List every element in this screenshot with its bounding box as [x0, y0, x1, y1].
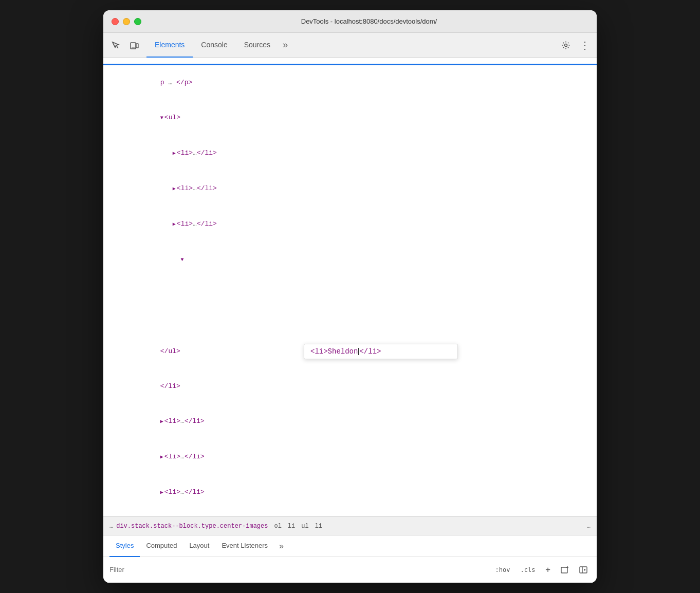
- cls-button[interactable]: .cls: [517, 564, 538, 576]
- inspect-button[interactable]: [107, 37, 124, 53]
- triangle-right-icon: [173, 183, 176, 195]
- dom-panel[interactable]: p … </p> <ul> <li>…</li> <li>…</li> <li>…: [103, 58, 597, 517]
- breadcrumb-item-li2[interactable]: li: [315, 523, 322, 530]
- svg-point-3: [565, 44, 567, 46]
- dom-li-2[interactable]: <li>…</li>: [103, 171, 597, 207]
- more-options-icon: ⋮: [580, 39, 590, 51]
- triangle-down-icon: [180, 254, 183, 266]
- inline-edit-tag-open: <li>: [310, 347, 328, 356]
- tab-event-listeners[interactable]: Event Listeners: [215, 535, 274, 557]
- tab-elements[interactable]: Elements: [146, 33, 193, 58]
- styles-panel: Styles Computed Layout Event Listeners »…: [103, 535, 597, 583]
- tab-more-button[interactable]: »: [279, 33, 292, 58]
- filter-input[interactable]: [109, 566, 488, 573]
- more-options-button[interactable]: ⋮: [576, 37, 593, 53]
- dom-li-sheldon[interactable]: [103, 242, 597, 277]
- minimize-button[interactable]: [123, 18, 130, 25]
- title-bar: DevTools - localhost:8080/docs/devtools/…: [103, 10, 597, 33]
- inline-edit-tag-close: </li>: [359, 347, 381, 356]
- dom-li-3[interactable]: <li>…</li>: [103, 207, 597, 242]
- breadcrumb-item-li1[interactable]: li: [288, 523, 295, 530]
- inline-edit-popup[interactable]: <li>Sheldon</li>: [304, 344, 458, 359]
- devtools-window: DevTools - localhost:8080/docs/devtools/…: [103, 10, 597, 583]
- filter-bar: :hov .cls +: [103, 557, 597, 583]
- close-button[interactable]: [112, 18, 119, 25]
- triangle-down-icon: [160, 113, 163, 124]
- dom-li-close: </li>: [103, 369, 597, 404]
- tab-styles[interactable]: Styles: [109, 535, 140, 557]
- dom-li-1[interactable]: <li>…</li>: [103, 136, 597, 171]
- triangle-right-icon: [173, 219, 176, 230]
- device-button[interactable]: [126, 37, 142, 53]
- triangle-right-icon: [173, 148, 176, 159]
- breadcrumb-dots[interactable]: …: [109, 523, 113, 530]
- breadcrumb-item-ol[interactable]: ol: [274, 523, 281, 530]
- devtools-toolbar: Elements Console Sources » ⋮: [103, 33, 597, 58]
- triangle-right-icon: [160, 416, 163, 428]
- breadcrumb-more[interactable]: …: [587, 523, 591, 530]
- window-title: DevTools - localhost:8080/docs/devtools/…: [150, 17, 588, 25]
- new-style-rule-button[interactable]: [558, 563, 572, 577]
- svg-marker-9: [584, 569, 586, 571]
- tabs: Elements Console Sources »: [146, 33, 558, 58]
- traffic-lights: [112, 18, 141, 25]
- toggle-element-state-button[interactable]: [576, 563, 591, 577]
- toolbar-icons: [107, 37, 142, 53]
- dom-li-expanded-container: <li>Sheldon</li>: [103, 242, 597, 277]
- triangle-right-icon: [160, 452, 163, 463]
- settings-button[interactable]: [558, 37, 574, 53]
- dom-li-6[interactable]: <li>…</li>: [103, 475, 597, 510]
- triangle-right-icon: [160, 487, 163, 498]
- tab-computed[interactable]: Computed: [140, 535, 183, 557]
- svg-rect-1: [136, 44, 138, 48]
- dom-li-5[interactable]: <li>…</li>: [103, 439, 597, 475]
- breadcrumb-item-ul[interactable]: ul: [301, 523, 308, 530]
- styles-tabs: Styles Computed Layout Event Listeners »: [103, 535, 597, 557]
- dom-ul-open[interactable]: <ul>: [103, 100, 597, 136]
- breadcrumb-item-div[interactable]: div.stack.stack--block.type.center-image…: [116, 523, 268, 530]
- maximize-button[interactable]: [134, 18, 141, 25]
- add-style-button[interactable]: +: [542, 563, 554, 577]
- dom-li-4[interactable]: <li>…</li>: [103, 404, 597, 439]
- dom-partial-line: p … </p>: [103, 65, 597, 100]
- breadcrumb-bar: … div.stack.stack--block.type.center-ima…: [103, 517, 597, 535]
- tab-layout[interactable]: Layout: [183, 535, 215, 557]
- hov-button[interactable]: :hov: [492, 564, 513, 576]
- tab-console[interactable]: Console: [193, 33, 235, 58]
- inline-edit-text: Sheldon: [328, 347, 358, 356]
- tab-sources[interactable]: Sources: [236, 33, 279, 58]
- styles-tab-more[interactable]: »: [276, 542, 287, 551]
- svg-rect-4: [561, 567, 567, 573]
- toolbar-right: ⋮: [558, 37, 593, 53]
